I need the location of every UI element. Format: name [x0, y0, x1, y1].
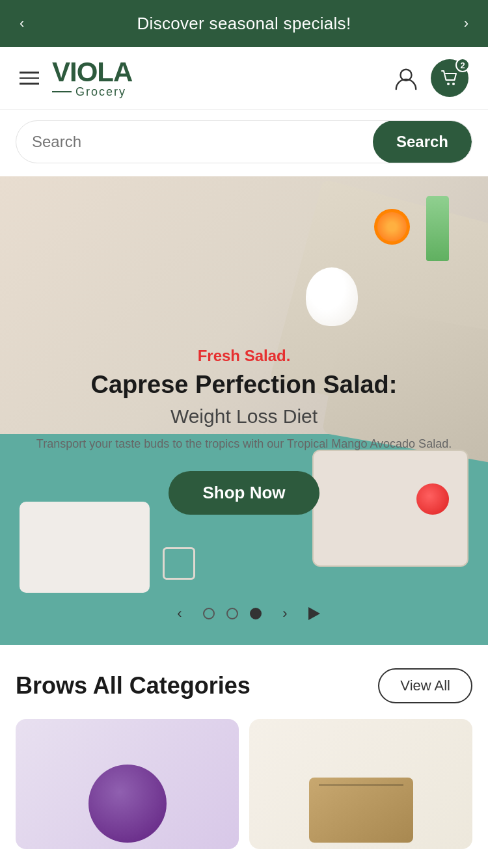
- categories-title: Brows All Categories: [16, 672, 251, 699]
- search-bar-container: Search: [0, 110, 488, 176]
- shop-now-button[interactable]: Shop Now: [169, 471, 319, 515]
- hero-title: Caprese Perfection Salad:: [20, 370, 468, 400]
- hamburger-line-3: [20, 83, 39, 85]
- hero-tag: Fresh Salad.: [20, 347, 468, 365]
- header-right: 2: [392, 59, 468, 97]
- hero-content: Fresh Salad. Caprese Perfection Salad: W…: [0, 347, 488, 515]
- categories-section: Brows All Categories View All: [0, 645, 488, 862]
- egg-decoration: [306, 267, 358, 326]
- view-all-button[interactable]: View All: [378, 668, 472, 703]
- svg-point-1: [447, 83, 450, 85]
- search-button[interactable]: Search: [373, 120, 472, 163]
- user-account-icon[interactable]: [392, 64, 420, 92]
- carousel-dot-3-active[interactable]: [250, 608, 262, 619]
- carousel-dot-2[interactable]: [226, 608, 238, 619]
- hamburger-menu[interactable]: [20, 72, 39, 85]
- logo-viola-text: VIOLA: [52, 59, 132, 86]
- white-box-decoration: [20, 502, 150, 593]
- category-card-fruits[interactable]: [16, 719, 239, 849]
- carousel-dot-1[interactable]: [203, 608, 215, 619]
- header: VIOLA Grocery 2: [0, 47, 488, 110]
- hamburger-line-1: [20, 72, 39, 74]
- green-drink-decoration: [426, 196, 449, 261]
- cart-button[interactable]: 2: [431, 59, 468, 97]
- carousel-next-arrow[interactable]: ›: [273, 602, 297, 625]
- banner-next-arrow[interactable]: ›: [464, 15, 468, 32]
- orange-slice-decoration: [374, 209, 410, 245]
- hero-subtitle: Weight Loss Diet: [20, 405, 468, 427]
- logo[interactable]: VIOLA Grocery: [52, 59, 132, 98]
- white-clasp-decoration: [163, 547, 195, 580]
- logo-sub: Grocery: [52, 86, 126, 98]
- hamburger-line-2: [20, 77, 39, 79]
- carousel-play-button[interactable]: [308, 607, 320, 620]
- hero-description: Transport your taste buds to the tropics…: [20, 435, 468, 453]
- pantry-box-decoration: [309, 778, 413, 843]
- carousel-controls: ‹ ›: [0, 602, 488, 625]
- search-wrapper: Search: [16, 120, 472, 163]
- category-pantry-visual: [249, 719, 472, 849]
- category-card-pantry[interactable]: [249, 719, 472, 849]
- banner-text: Discover seasonal specials!: [137, 14, 351, 34]
- categories-grid: [16, 719, 472, 849]
- carousel-prev-arrow[interactable]: ‹: [168, 602, 191, 625]
- berry-decoration: [88, 765, 167, 843]
- categories-header: Brows All Categories View All: [16, 668, 472, 703]
- cart-count-badge: 2: [455, 58, 470, 72]
- logo-line-divider: [52, 91, 72, 92]
- header-left: VIOLA Grocery: [20, 59, 132, 98]
- top-banner: ‹ Discover seasonal specials! ›: [0, 0, 488, 47]
- category-fruits-visual: [16, 719, 239, 849]
- banner-prev-arrow[interactable]: ‹: [20, 15, 24, 32]
- search-input[interactable]: [16, 133, 373, 151]
- hero-banner: Fresh Salad. Caprese Perfection Salad: W…: [0, 176, 488, 645]
- svg-point-2: [452, 83, 455, 85]
- logo-grocery-text: Grocery: [75, 86, 126, 98]
